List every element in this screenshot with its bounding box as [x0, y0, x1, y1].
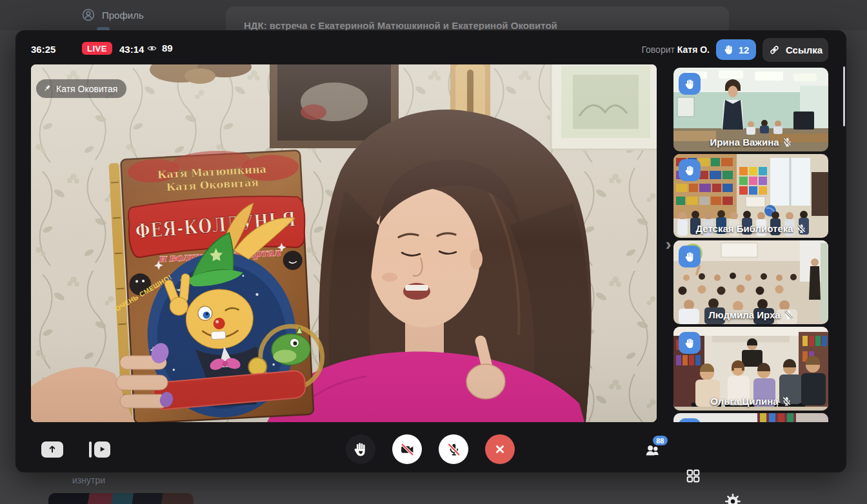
screen: Профиль НДК: встреча с Екатериной Матюшк… [0, 0, 867, 504]
pinned-participant-label[interactable]: Катя Оковитая [36, 79, 126, 98]
hand-heart-icon [352, 441, 369, 458]
mic-off-icon [797, 224, 806, 233]
gear-icon [724, 493, 741, 504]
hand-raised-badge [679, 73, 701, 95]
participant-name-label: Ирина Важина [673, 137, 828, 148]
grid-view-button[interactable] [680, 463, 706, 489]
close-icon [493, 442, 507, 456]
elapsed-time: 36:25 [31, 44, 55, 55]
raised-hands-count: 12 [739, 44, 750, 55]
background-image [48, 493, 194, 504]
main-video[interactable]: Катя Матюшкина Катя Оковитая ФЕЯ-КОЛДУНЬ… [31, 64, 657, 422]
background-text: изнутри [72, 475, 105, 485]
participants-count-badge: 88 [653, 436, 668, 445]
copy-link-button[interactable]: Ссылка [762, 38, 828, 62]
participant-name: Ирина Важина [710, 137, 779, 148]
participants-sidebar: Ирина Важина [673, 68, 828, 422]
participant-tile[interactable]: Ольга Цилина [673, 327, 828, 411]
link-label: Ссылка [786, 44, 822, 55]
camera-off-icon [399, 441, 415, 458]
arrow-up-icon [41, 441, 63, 458]
participant-name: Детская Библиотека [695, 223, 793, 234]
raised-hands-button[interactable]: 12 [716, 39, 756, 60]
speaking-prefix: Говорит [641, 44, 675, 55]
settings-button[interactable] [720, 489, 746, 504]
call-window: 36:25 LIVE 43:14 89 Говорит Катя О. 12 [15, 30, 846, 472]
hand-raised-badge [679, 418, 701, 422]
main-video-scene: Катя Матюшкина Катя Оковитая ФЕЯ-КОЛДУНЬ… [31, 64, 657, 422]
pin-icon [42, 84, 52, 93]
viewers-count: 89 [162, 43, 173, 53]
hand-raised-badge [679, 246, 701, 267]
hand-icon [684, 164, 696, 177]
play-icon [94, 441, 110, 458]
stream-bar-icon [89, 441, 92, 458]
stream-time: 43:14 [119, 44, 144, 55]
mic-toggle-button[interactable] [439, 434, 468, 464]
end-call-button[interactable] [485, 434, 515, 464]
participant-name: Людмила Ирха [708, 309, 780, 320]
stream-button[interactable] [85, 436, 114, 462]
background-page-top: Профиль НДК: встреча с Екатериной Матюшк… [0, 0, 867, 30]
participant-name: Ольга Цилина [710, 396, 778, 407]
viewers-counter: 89 [146, 43, 173, 53]
sidebar-item-profile: Профиль [81, 8, 144, 22]
event-card: НДК: встреча с Екатериной Матюшкиной и Е… [226, 6, 729, 30]
mic-off-icon [782, 396, 792, 406]
raise-hand-button[interactable] [346, 434, 375, 464]
camera-toggle-button[interactable] [392, 434, 422, 464]
hand-raised-badge [679, 332, 701, 354]
event-title: НДК: встреча с Екатериной Матюшкиной и Е… [244, 20, 557, 31]
mic-off-icon [784, 310, 793, 320]
pinned-participant-name: Катя Оковитая [56, 84, 117, 94]
share-button[interactable] [39, 436, 65, 462]
person-icon [81, 8, 95, 22]
participant-tile-partial[interactable] [673, 413, 828, 422]
speaking-indicator: Говорит Катя О. [641, 44, 710, 55]
participant-name-label: Людмила Ирха [673, 309, 828, 320]
participant-tile[interactable]: Людмила Ирха [673, 240, 828, 324]
hand-icon [684, 251, 696, 263]
mic-off-icon [782, 137, 792, 147]
hand-icon [684, 337, 696, 349]
grid-icon [685, 468, 701, 484]
mic-off-icon [446, 441, 462, 458]
hand-icon [723, 44, 735, 55]
hand-icon [684, 78, 696, 90]
participant-name-label: Детская Библиотека [673, 223, 828, 234]
participant-tile[interactable]: Ирина Важина [673, 68, 828, 151]
hand-raised-badge [679, 159, 701, 181]
participant-name-label: Ольга Цилина [673, 396, 828, 407]
profile-label: Профиль [102, 10, 144, 21]
speaker-name: Катя О. [677, 44, 710, 55]
participants-button[interactable]: 88 [639, 437, 665, 463]
link-icon [768, 44, 781, 56]
live-badge: LIVE [82, 42, 112, 55]
sidebar-scrollbar[interactable] [843, 66, 845, 126]
participant-tile[interactable]: Детская Библиотека [673, 154, 828, 238]
eye-icon [146, 43, 158, 53]
